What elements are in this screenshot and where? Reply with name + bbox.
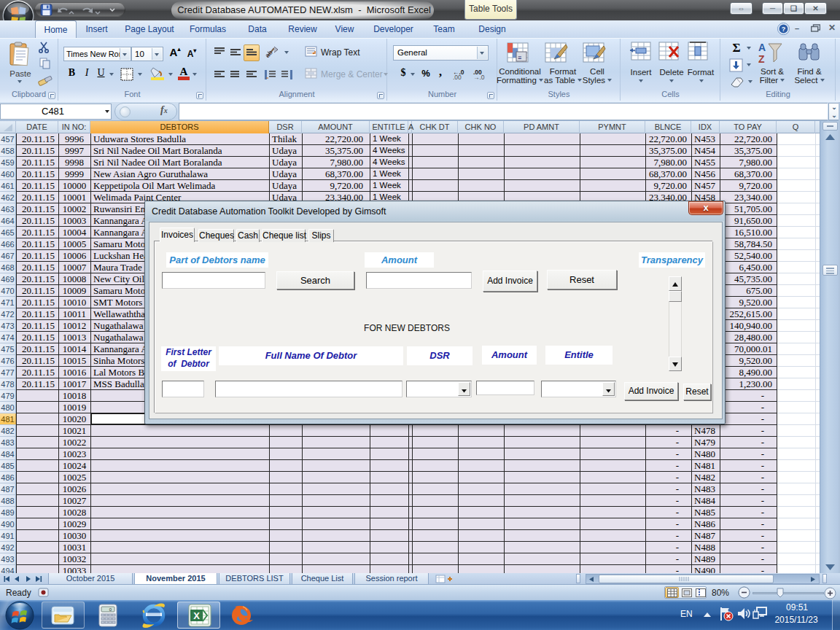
svg-text:≡: ≡ [518,54,521,61]
svg-text:.00: .00 [453,74,462,80]
svg-text:?: ? [782,26,786,33]
svg-text:→.0: →.0 [473,74,485,80]
svg-text:A: A [758,42,766,53]
svg-text:X: X [193,610,200,621]
svg-text:Z: Z [758,53,765,65]
